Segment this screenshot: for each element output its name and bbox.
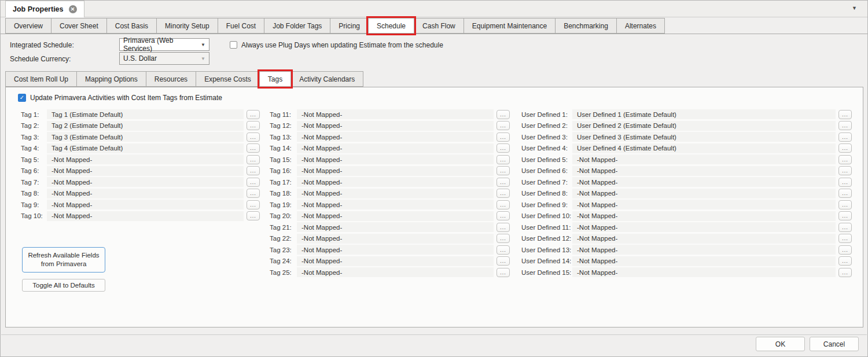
browse-button[interactable]: ...: [247, 143, 260, 153]
tab-cover-sheet[interactable]: Cover Sheet: [51, 18, 107, 34]
browse-button[interactable]: ...: [247, 211, 260, 220]
tab-alternates[interactable]: Alternates: [616, 18, 665, 34]
tab-pricing[interactable]: Pricing: [330, 18, 369, 34]
browse-button[interactable]: ...: [496, 256, 510, 266]
browse-button[interactable]: ...: [496, 121, 510, 130]
mapping-field[interactable]: -Not Mapped-: [47, 154, 244, 164]
mapping-field[interactable]: -Not Mapped-: [572, 177, 836, 187]
browse-button[interactable]: ...: [838, 223, 852, 232]
browse-button[interactable]: ...: [838, 245, 852, 255]
refresh-available-fields-button[interactable]: Refresh Available Fields from Primavera: [22, 247, 105, 273]
browse-button[interactable]: ...: [496, 166, 510, 175]
browse-button[interactable]: ...: [247, 189, 260, 198]
browse-button[interactable]: ...: [838, 110, 852, 119]
document-tab-job-properties[interactable]: Job Properties ✕: [5, 1, 84, 17]
mapping-field[interactable]: -Not Mapped-: [572, 189, 836, 198]
browse-button[interactable]: ...: [496, 223, 510, 232]
browse-button[interactable]: ...: [496, 155, 510, 164]
mapping-field[interactable]: User Defined 1 (Estimate Default): [572, 109, 836, 119]
mapping-field[interactable]: -Not Mapped-: [297, 222, 494, 232]
mapping-field[interactable]: -Not Mapped-: [572, 200, 836, 209]
close-icon[interactable]: ✕: [69, 5, 77, 13]
mapping-field[interactable]: -Not Mapped-: [297, 166, 494, 176]
mapping-field[interactable]: -Not Mapped-: [572, 256, 836, 266]
mapping-field[interactable]: -Not Mapped-: [47, 177, 244, 187]
tab-benchmarking[interactable]: Benchmarking: [555, 18, 617, 34]
mapping-field[interactable]: Tag 1 (Estimate Default): [47, 109, 244, 119]
browse-button[interactable]: ...: [496, 189, 510, 198]
mapping-field[interactable]: -Not Mapped-: [47, 166, 244, 176]
toggle-all-defaults-button[interactable]: Toggle All to Defaults: [22, 279, 105, 292]
browse-button[interactable]: ...: [838, 155, 852, 164]
tab-cost-basis[interactable]: Cost Basis: [106, 18, 157, 34]
mapping-field[interactable]: -Not Mapped-: [47, 189, 244, 198]
subtab-resources[interactable]: Resources: [146, 71, 196, 87]
mapping-field[interactable]: -Not Mapped-: [297, 234, 494, 244]
mapping-field[interactable]: -Not Mapped-: [572, 154, 836, 164]
tab-overview[interactable]: Overview: [5, 18, 52, 34]
mapping-field[interactable]: -Not Mapped-: [297, 256, 494, 266]
mapping-field[interactable]: User Defined 2 (Estimate Default): [572, 121, 836, 131]
browse-button[interactable]: ...: [838, 234, 852, 243]
browse-button[interactable]: ...: [838, 256, 852, 266]
mapping-field[interactable]: Tag 4 (Estimate Default): [47, 143, 244, 153]
browse-button[interactable]: ...: [496, 178, 510, 187]
update-activities-checkbox[interactable]: ✓: [18, 94, 26, 102]
browse-button[interactable]: ...: [247, 121, 260, 130]
browse-button[interactable]: ...: [838, 121, 852, 130]
ok-button[interactable]: OK: [756, 337, 805, 351]
mapping-field[interactable]: Tag 3 (Estimate Default): [47, 132, 244, 142]
mapping-field[interactable]: -Not Mapped-: [297, 154, 494, 164]
browse-button[interactable]: ...: [247, 110, 260, 119]
mapping-field[interactable]: Tag 2 (Estimate Default): [47, 121, 244, 131]
mapping-field[interactable]: -Not Mapped-: [572, 166, 836, 176]
browse-button[interactable]: ...: [247, 133, 260, 142]
mapping-field[interactable]: -Not Mapped-: [572, 267, 836, 277]
subtab-activity-calendars[interactable]: Activity Calendars: [290, 71, 363, 87]
mapping-field[interactable]: User Defined 3 (Estimate Default): [572, 132, 836, 142]
browse-button[interactable]: ...: [247, 166, 260, 175]
browse-button[interactable]: ...: [838, 143, 852, 153]
subtab-tags[interactable]: Tags: [259, 71, 291, 87]
mapping-field[interactable]: -Not Mapped-: [572, 222, 836, 232]
plug-days-checkbox[interactable]: [230, 41, 237, 49]
tab-job-folder-tags[interactable]: Job Folder Tags: [264, 18, 330, 34]
browse-button[interactable]: ...: [496, 268, 510, 277]
mapping-field[interactable]: -Not Mapped-: [47, 200, 244, 209]
browse-button[interactable]: ...: [496, 211, 510, 220]
mapping-field[interactable]: -Not Mapped-: [572, 234, 836, 244]
mapping-field[interactable]: -Not Mapped-: [297, 121, 494, 131]
mapping-field[interactable]: -Not Mapped-: [47, 211, 244, 221]
browse-button[interactable]: ...: [496, 143, 510, 153]
integrated-schedule-select[interactable]: Primavera (Web Services) ▼: [119, 38, 209, 51]
browse-button[interactable]: ...: [496, 110, 510, 119]
tab-equipment-maintenance[interactable]: Equipment Maintenance: [464, 18, 556, 34]
browse-button[interactable]: ...: [247, 200, 260, 209]
browse-button[interactable]: ...: [838, 133, 852, 142]
browse-button[interactable]: ...: [838, 268, 852, 277]
mapping-field[interactable]: -Not Mapped-: [297, 267, 494, 277]
browse-button[interactable]: ...: [496, 245, 510, 255]
mapping-field[interactable]: -Not Mapped-: [297, 109, 494, 119]
mapping-field[interactable]: -Not Mapped-: [297, 211, 494, 221]
browse-button[interactable]: ...: [496, 200, 510, 209]
mapping-field[interactable]: -Not Mapped-: [297, 200, 494, 209]
browse-button[interactable]: ...: [496, 133, 510, 142]
mapping-field[interactable]: -Not Mapped-: [297, 189, 494, 198]
chevron-down-icon[interactable]: ▼: [852, 5, 857, 11]
subtab-cost-item-roll-up[interactable]: Cost Item Roll Up: [5, 71, 77, 87]
browse-button[interactable]: ...: [838, 166, 852, 175]
mapping-field[interactable]: -Not Mapped-: [572, 211, 836, 221]
mapping-field[interactable]: -Not Mapped-: [297, 245, 494, 255]
browse-button[interactable]: ...: [247, 155, 260, 164]
subtab-mapping-options[interactable]: Mapping Options: [76, 71, 146, 87]
tab-fuel-cost[interactable]: Fuel Cost: [218, 18, 264, 34]
browse-button[interactable]: ...: [838, 189, 852, 198]
browse-button[interactable]: ...: [838, 200, 852, 209]
mapping-field[interactable]: -Not Mapped-: [572, 245, 836, 255]
browse-button[interactable]: ...: [247, 178, 260, 187]
browse-button[interactable]: ...: [838, 178, 852, 187]
subtab-expense-costs[interactable]: Expense Costs: [196, 71, 260, 87]
cancel-button[interactable]: Cancel: [810, 337, 859, 351]
tab-cash-flow[interactable]: Cash Flow: [414, 18, 464, 34]
